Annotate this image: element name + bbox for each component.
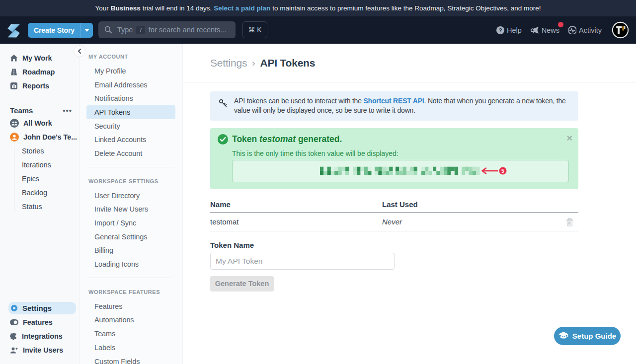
svg-text:5: 5 xyxy=(501,168,504,174)
svg-text:?: ? xyxy=(499,27,502,33)
